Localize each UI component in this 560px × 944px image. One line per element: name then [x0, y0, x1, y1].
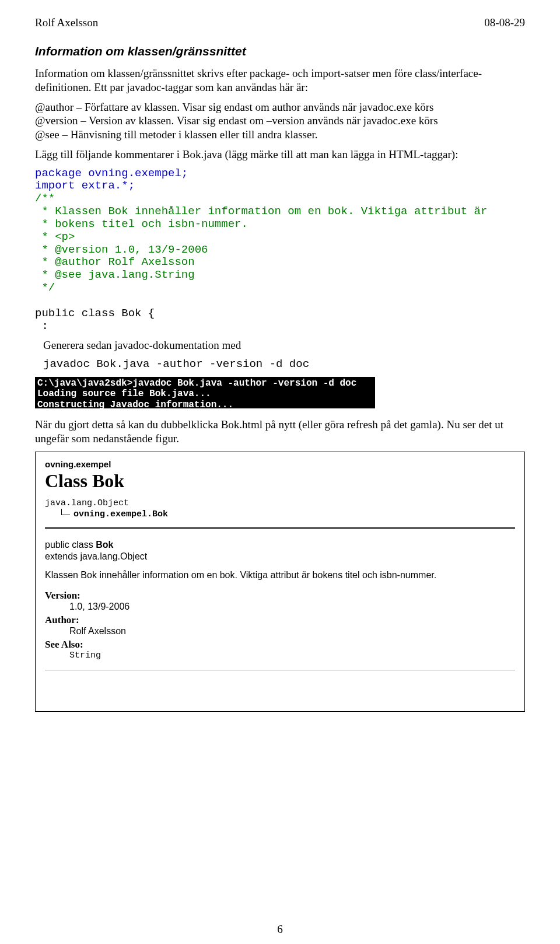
signature-class-name: Bok [96, 540, 113, 550]
javadoc-metadata: Version: 1.0, 13/9-2006 Author: Rolf Axe… [45, 590, 515, 660]
javadoc-tags-list: @author – Författare av klassen. Visar s… [35, 100, 525, 142]
javadoc-command: javadoc Bok.java -author -version -d doc [43, 358, 525, 371]
tag-desc: – Hänvisning till metoder i klassen elle… [60, 128, 318, 141]
javadoc-figure: ovning.exempel Class Bok java.lang.Objec… [35, 452, 525, 712]
code-line: * bokens titel och isbn-nummer. [35, 218, 248, 230]
code-line: /** [35, 192, 55, 205]
intro-paragraph: Information om klassen/gränssnittet skri… [35, 67, 525, 95]
author-value: Rolf Axelsson [69, 626, 515, 637]
see-also-label: See Also: [45, 639, 515, 651]
java-code-block: package ovning.exempel; import extra.*; … [35, 167, 525, 333]
divider [45, 527, 515, 529]
instruction-paragraph: Lägg till följande kommentarer i Bok.jav… [35, 148, 525, 162]
see-also-value: String [69, 651, 515, 660]
divider [45, 670, 515, 670]
code-line: public class Bok { [35, 307, 155, 320]
header-author: Rolf Axelsson [35, 16, 98, 29]
code-line: * Klassen Bok innehåller information om … [35, 205, 487, 218]
javadoc-package: ovning.exempel [45, 459, 515, 469]
code-line: import extra.*; [35, 179, 135, 192]
version-value: 1.0, 13/9-2006 [69, 602, 515, 612]
list-item: @version – Version av klassen. Visar sig… [35, 114, 525, 128]
code-line: package ovning.exempel; [35, 167, 188, 180]
tag-name: @version [35, 114, 78, 127]
page-number: 6 [0, 923, 560, 936]
signature-extends: extends java.lang.Object [45, 551, 147, 561]
tag-desc: – Version av klassen. Visar sig endast o… [78, 114, 438, 127]
code-line: */ [35, 281, 55, 294]
code-line: : [35, 320, 48, 333]
code-line: * @see java.lang.String [35, 268, 195, 281]
code-line: * @version 1.0, 13/9-2006 [35, 243, 208, 256]
section-title: Information om klassen/gränssnittet [35, 44, 525, 58]
code-line: * @author Rolf Axelsson [35, 256, 195, 268]
javadoc-hierarchy: java.lang.Object ovning.exempel.Bok [45, 498, 515, 520]
result-paragraph: När du gjort detta så kan du dubbelklick… [35, 418, 525, 446]
author-label: Author: [45, 614, 515, 626]
tag-name: @see [35, 128, 60, 141]
tag-name: @author [35, 101, 74, 113]
terminal-output: C:\java\java2sdk>javadoc Bok.java -autho… [35, 377, 375, 408]
tag-desc: – Författare av klassen. Visar sig endas… [74, 101, 433, 113]
header-date: 08-08-29 [484, 16, 525, 29]
signature-modifier: public class [45, 540, 96, 550]
list-item: @author – Författare av klassen. Visar s… [35, 100, 525, 114]
code-line: * <p> [35, 230, 75, 243]
version-label: Version: [45, 590, 515, 602]
hierarchy-root: java.lang.Object [45, 498, 515, 509]
generate-instruction: Generera sedan javadoc-dokumentation med [43, 338, 525, 352]
list-item: @see – Hänvisning till metoder i klassen… [35, 128, 525, 142]
page-header: Rolf Axelsson 08-08-29 [35, 16, 525, 29]
class-description: Klassen Bok innehåller information om en… [45, 570, 515, 581]
class-signature: public class Bok extends java.lang.Objec… [45, 539, 515, 564]
hierarchy-child: ovning.exempel.Bok [74, 509, 168, 519]
tree-elbow-icon [61, 509, 70, 515]
javadoc-class-title: Class Bok [45, 470, 515, 492]
